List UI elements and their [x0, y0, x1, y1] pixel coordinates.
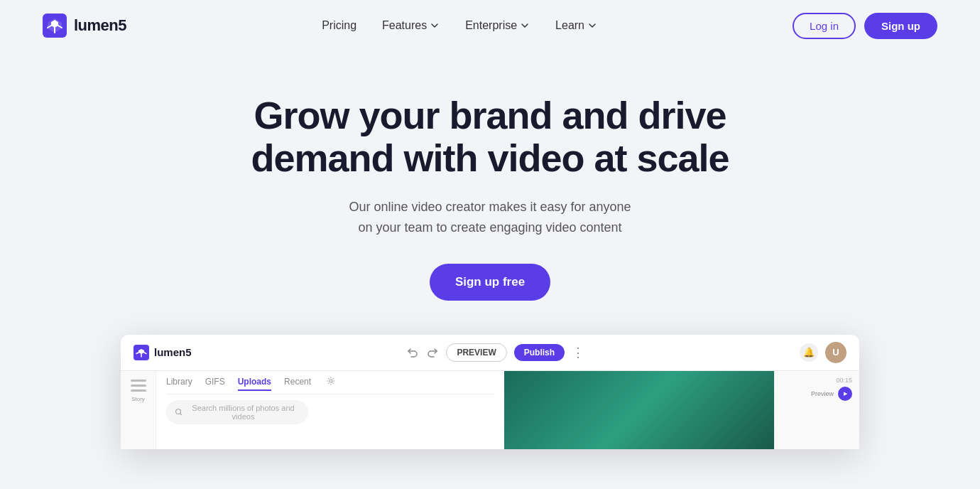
hero-section: Grow your brand and drive demand with vi…	[0, 51, 980, 449]
nav-enterprise[interactable]: Enterprise	[465, 19, 530, 32]
story-label-item: Story	[131, 380, 146, 402]
more-options-icon[interactable]: ⋮	[572, 345, 584, 360]
tab-uploads[interactable]: Uploads	[238, 377, 271, 391]
nav-links: Pricing Features Enterprise Learn	[322, 19, 597, 32]
app-preview-user-icons: 🔔 U	[800, 342, 846, 363]
notification-icon[interactable]: 🔔	[800, 343, 818, 362]
logo-text: lumen5	[74, 16, 126, 35]
redo-icon[interactable]	[426, 346, 439, 359]
nav-learn[interactable]: Learn	[555, 19, 597, 32]
play-button-small[interactable]	[838, 387, 852, 401]
lumen5-logo-icon	[43, 14, 67, 38]
app-preview: lumen5 PREVIEW Publish ⋮ 🔔 U	[121, 335, 859, 449]
tab-recent[interactable]: Recent	[284, 377, 311, 391]
signup-button[interactable]: Sign up	[864, 13, 937, 39]
nav-features[interactable]: Features	[382, 19, 440, 32]
media-search-bar[interactable]: Search millions of photos and videos	[166, 400, 308, 424]
app-media-tabs: Library GIFS Uploads Recent	[166, 371, 494, 394]
time-display: 00:15	[836, 377, 852, 384]
nav-pricing[interactable]: Pricing	[322, 19, 356, 32]
nav-actions: Log in Sign up	[793, 13, 937, 39]
features-chevron-icon	[430, 21, 440, 31]
app-preview-logo-icon	[134, 345, 149, 360]
preview-label-small: Preview	[811, 390, 834, 397]
search-icon	[175, 408, 183, 416]
hero-title: Grow your brand and drive demand with vi…	[251, 94, 729, 180]
tab-library[interactable]: Library	[166, 377, 192, 391]
logo-link[interactable]: lumen5	[43, 14, 126, 38]
app-preview-right-panel: 00:15 Preview	[774, 371, 859, 449]
app-sidebar: Story	[121, 371, 156, 449]
svg-point-2	[330, 380, 332, 382]
video-preview-area	[504, 371, 774, 449]
app-preview-controls: PREVIEW Publish ⋮	[406, 343, 584, 362]
app-tabs-content: Library GIFS Uploads Recent Search milli…	[156, 371, 504, 449]
settings-icon[interactable]	[327, 377, 335, 385]
app-preview-topbar: lumen5 PREVIEW Publish ⋮ 🔔 U	[121, 335, 859, 371]
hero-subtitle: Our online video creator makes it easy f…	[349, 197, 631, 238]
tab-gifs[interactable]: GIFS	[205, 377, 225, 391]
hero-signup-free-button[interactable]: Sign up free	[430, 264, 550, 301]
navbar: lumen5 Pricing Features Enterprise Learn…	[0, 0, 980, 51]
app-preview-logo: lumen5	[134, 345, 192, 360]
preview-button[interactable]: PREVIEW	[446, 343, 506, 362]
undo-icon[interactable]	[406, 346, 419, 359]
play-row: Preview	[782, 387, 852, 401]
app-preview-body: Story Library GIFS Uploads Recent	[121, 371, 859, 449]
login-button[interactable]: Log in	[793, 13, 856, 39]
publish-button[interactable]: Publish	[514, 344, 565, 361]
user-avatar[interactable]: U	[825, 342, 846, 363]
learn-chevron-icon	[587, 21, 597, 31]
enterprise-chevron-icon	[520, 21, 530, 31]
